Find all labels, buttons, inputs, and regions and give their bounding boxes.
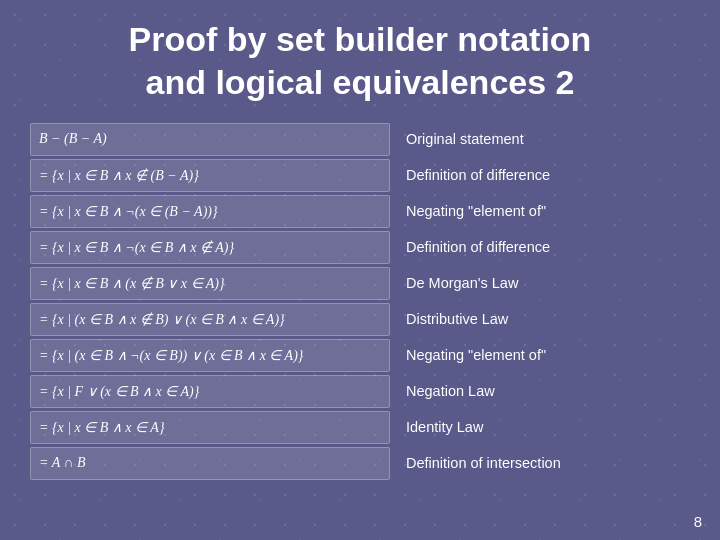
proof-reason: Definition of difference <box>390 159 690 192</box>
math-expression: = {x | x ∈ B ∧ x ∈ A} <box>30 411 390 444</box>
proof-reason: Distributive Law <box>390 303 690 336</box>
proof-reason: De Morgan's Law <box>390 267 690 300</box>
math-expression: = {x | x ∈ B ∧ ¬(x ∈ B ∧ x ∉ A)} <box>30 231 390 264</box>
proof-row: = {x | (x ∈ B ∧ ¬(x ∈ B)) ∨ (x ∈ B ∧ x ∈… <box>30 337 690 373</box>
proof-row: B − (B − A)Original statement <box>30 121 690 157</box>
slide-title: Proof by set builder notation and logica… <box>30 18 690 103</box>
math-expression: = {x | (x ∈ B ∧ ¬(x ∈ B)) ∨ (x ∈ B ∧ x ∈… <box>30 339 390 372</box>
math-expression: = {x | x ∈ B ∧ x ∉ (B − A)} <box>30 159 390 192</box>
math-text: = {x | x ∈ B ∧ ¬(x ∈ (B − A))} <box>39 203 218 220</box>
math-expression: B − (B − A) <box>30 123 390 156</box>
proof-table: B − (B − A)Original statement= {x | x ∈ … <box>30 121 690 481</box>
math-expression: = {x | F ∨ (x ∈ B ∧ x ∈ A)} <box>30 375 390 408</box>
proof-row: = {x | x ∈ B ∧ ¬(x ∈ (B − A))}Negating "… <box>30 193 690 229</box>
math-text: = {x | x ∈ B ∧ x ∉ (B − A)} <box>39 167 199 184</box>
math-text: = {x | (x ∈ B ∧ x ∉ B) ∨ (x ∈ B ∧ x ∈ A)… <box>39 311 285 328</box>
math-text: = {x | (x ∈ B ∧ ¬(x ∈ B)) ∨ (x ∈ B ∧ x ∈… <box>39 347 303 364</box>
math-text: = {x | x ∈ B ∧ ¬(x ∈ B ∧ x ∉ A)} <box>39 239 234 256</box>
math-expression: = A ∩ B <box>30 447 390 480</box>
math-text: = {x | F ∨ (x ∈ B ∧ x ∈ A)} <box>39 383 199 400</box>
title-line1: Proof by set builder notation <box>129 20 592 58</box>
math-expression: = {x | x ∈ B ∧ ¬(x ∈ (B − A))} <box>30 195 390 228</box>
proof-reason: Definition of difference <box>390 231 690 264</box>
proof-reason: Identity Law <box>390 411 690 444</box>
proof-reason: Definition of intersection <box>390 447 690 480</box>
proof-row: = {x | (x ∈ B ∧ x ∉ B) ∨ (x ∈ B ∧ x ∈ A)… <box>30 301 690 337</box>
proof-row: = {x | x ∈ B ∧ (x ∉ B ∨ x ∈ A)}De Morgan… <box>30 265 690 301</box>
proof-row: = {x | x ∈ B ∧ x ∉ (B − A)}Definition of… <box>30 157 690 193</box>
proof-row: = A ∩ BDefinition of intersection <box>30 445 690 481</box>
proof-reason: Negating "element of" <box>390 195 690 228</box>
title-line2: and logical equivalences 2 <box>146 63 575 101</box>
proof-row: = {x | F ∨ (x ∈ B ∧ x ∈ A)}Negation Law <box>30 373 690 409</box>
proof-row: = {x | x ∈ B ∧ ¬(x ∈ B ∧ x ∉ A)}Definiti… <box>30 229 690 265</box>
math-expression: = {x | x ∈ B ∧ (x ∉ B ∨ x ∈ A)} <box>30 267 390 300</box>
math-text: = {x | x ∈ B ∧ (x ∉ B ∨ x ∈ A)} <box>39 275 225 292</box>
proof-reason: Negating "element of" <box>390 339 690 372</box>
math-text: = {x | x ∈ B ∧ x ∈ A} <box>39 419 165 436</box>
math-text: = A ∩ B <box>39 455 86 471</box>
math-expression: = {x | (x ∈ B ∧ x ∉ B) ∨ (x ∈ B ∧ x ∈ A)… <box>30 303 390 336</box>
proof-reason: Original statement <box>390 123 690 156</box>
page-number: 8 <box>694 513 702 530</box>
math-text: B − (B − A) <box>39 131 107 147</box>
proof-reason: Negation Law <box>390 375 690 408</box>
slide-content: Proof by set builder notation and logica… <box>0 0 720 491</box>
proof-row: = {x | x ∈ B ∧ x ∈ A}Identity Law <box>30 409 690 445</box>
